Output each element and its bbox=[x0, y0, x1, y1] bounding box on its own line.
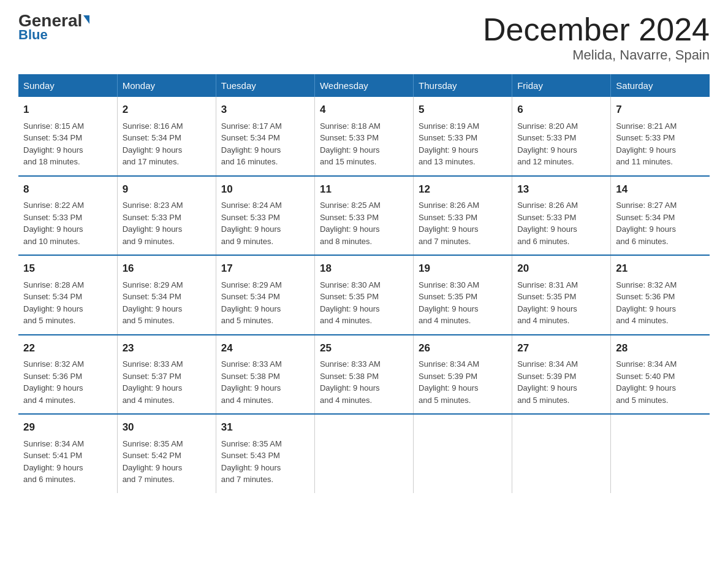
calendar-cell: 27Sunrise: 8:34 AMSunset: 5:39 PMDayligh… bbox=[512, 335, 611, 415]
day-info: Sunrise: 8:35 AMSunset: 5:42 PMDaylight:… bbox=[123, 439, 183, 484]
day-number: 17 bbox=[221, 261, 309, 277]
calendar-cell bbox=[512, 414, 611, 493]
week-row-4: 22Sunrise: 8:32 AMSunset: 5:36 PMDayligh… bbox=[18, 335, 710, 415]
day-info: Sunrise: 8:17 AMSunset: 5:34 PMDaylight:… bbox=[221, 121, 282, 167]
week-row-3: 15Sunrise: 8:28 AMSunset: 5:34 PMDayligh… bbox=[18, 255, 710, 335]
calendar-cell: 8Sunrise: 8:22 AMSunset: 5:33 PMDaylight… bbox=[18, 176, 117, 256]
day-number: 6 bbox=[517, 102, 605, 118]
day-number: 2 bbox=[123, 102, 211, 118]
day-info: Sunrise: 8:20 AMSunset: 5:33 PMDaylight:… bbox=[517, 121, 578, 167]
day-info: Sunrise: 8:30 AMSunset: 5:35 PMDaylight:… bbox=[320, 280, 381, 326]
day-info: Sunrise: 8:26 AMSunset: 5:33 PMDaylight:… bbox=[517, 201, 578, 246]
day-number: 29 bbox=[23, 419, 112, 435]
calendar-cell bbox=[414, 414, 512, 493]
header-day-sunday: Sunday bbox=[18, 74, 117, 97]
calendar-cell bbox=[314, 414, 413, 493]
logo-blue: Blue bbox=[18, 27, 48, 43]
calendar-cell: 17Sunrise: 8:29 AMSunset: 5:34 PMDayligh… bbox=[216, 255, 314, 335]
day-number: 12 bbox=[419, 182, 507, 197]
day-info: Sunrise: 8:21 AMSunset: 5:33 PMDaylight:… bbox=[616, 121, 677, 167]
calendar-cell: 5Sunrise: 8:19 AMSunset: 5:33 PMDaylight… bbox=[414, 97, 512, 176]
day-number: 21 bbox=[616, 261, 705, 277]
header-day-tuesday: Tuesday bbox=[216, 74, 314, 97]
day-number: 28 bbox=[616, 340, 705, 356]
calendar-cell: 24Sunrise: 8:33 AMSunset: 5:38 PMDayligh… bbox=[216, 335, 314, 415]
calendar-cell: 16Sunrise: 8:29 AMSunset: 5:34 PMDayligh… bbox=[117, 255, 216, 335]
day-number: 5 bbox=[419, 102, 507, 118]
day-number: 7 bbox=[616, 102, 705, 118]
day-info: Sunrise: 8:28 AMSunset: 5:34 PMDaylight:… bbox=[23, 280, 84, 326]
calendar-cell: 28Sunrise: 8:34 AMSunset: 5:40 PMDayligh… bbox=[611, 335, 710, 415]
calendar-cell: 14Sunrise: 8:27 AMSunset: 5:34 PMDayligh… bbox=[611, 176, 710, 256]
header-day-monday: Monday bbox=[117, 74, 216, 97]
calendar-cell: 2Sunrise: 8:16 AMSunset: 5:34 PMDaylight… bbox=[117, 97, 216, 176]
week-row-2: 8Sunrise: 8:22 AMSunset: 5:33 PMDaylight… bbox=[18, 176, 710, 256]
day-number: 13 bbox=[517, 182, 605, 197]
day-info: Sunrise: 8:31 AMSunset: 5:35 PMDaylight:… bbox=[517, 280, 578, 326]
day-info: Sunrise: 8:15 AMSunset: 5:34 PMDaylight:… bbox=[23, 121, 84, 167]
title-block: December 2024 Melida, Navarre, Spain bbox=[483, 12, 710, 63]
calendar-cell: 6Sunrise: 8:20 AMSunset: 5:33 PMDaylight… bbox=[512, 97, 611, 176]
day-info: Sunrise: 8:35 AMSunset: 5:43 PMDaylight:… bbox=[221, 439, 282, 484]
header-row: SundayMondayTuesdayWednesdayThursdayFrid… bbox=[18, 74, 710, 97]
calendar-cell: 18Sunrise: 8:30 AMSunset: 5:35 PMDayligh… bbox=[314, 255, 413, 335]
calendar-cell: 11Sunrise: 8:25 AMSunset: 5:33 PMDayligh… bbox=[314, 176, 413, 256]
header-day-wednesday: Wednesday bbox=[314, 74, 413, 97]
calendar-cell bbox=[611, 414, 710, 493]
day-number: 11 bbox=[320, 182, 408, 197]
week-row-5: 29Sunrise: 8:34 AMSunset: 5:41 PMDayligh… bbox=[18, 414, 710, 493]
calendar-cell: 21Sunrise: 8:32 AMSunset: 5:36 PMDayligh… bbox=[611, 255, 710, 335]
day-info: Sunrise: 8:23 AMSunset: 5:33 PMDaylight:… bbox=[123, 201, 183, 246]
day-info: Sunrise: 8:27 AMSunset: 5:34 PMDaylight:… bbox=[616, 201, 677, 246]
calendar-cell: 10Sunrise: 8:24 AMSunset: 5:33 PMDayligh… bbox=[216, 176, 314, 256]
page-title: December 2024 bbox=[483, 12, 710, 47]
day-number: 9 bbox=[123, 182, 211, 197]
day-info: Sunrise: 8:34 AMSunset: 5:40 PMDaylight:… bbox=[616, 359, 677, 405]
day-info: Sunrise: 8:32 AMSunset: 5:36 PMDaylight:… bbox=[23, 359, 84, 405]
day-info: Sunrise: 8:33 AMSunset: 5:38 PMDaylight:… bbox=[320, 359, 381, 405]
day-info: Sunrise: 8:34 AMSunset: 5:39 PMDaylight:… bbox=[517, 359, 578, 405]
day-info: Sunrise: 8:16 AMSunset: 5:34 PMDaylight:… bbox=[123, 121, 183, 167]
day-info: Sunrise: 8:18 AMSunset: 5:33 PMDaylight:… bbox=[320, 121, 381, 167]
day-number: 22 bbox=[23, 340, 112, 356]
calendar-cell: 25Sunrise: 8:33 AMSunset: 5:38 PMDayligh… bbox=[314, 335, 413, 415]
day-number: 15 bbox=[23, 261, 112, 277]
day-info: Sunrise: 8:22 AMSunset: 5:33 PMDaylight:… bbox=[23, 201, 84, 246]
day-number: 18 bbox=[320, 261, 408, 277]
day-number: 10 bbox=[221, 182, 309, 197]
day-number: 27 bbox=[517, 340, 605, 356]
calendar-table: SundayMondayTuesdayWednesdayThursdayFrid… bbox=[18, 74, 710, 493]
logo: General Blue bbox=[18, 12, 89, 43]
day-info: Sunrise: 8:29 AMSunset: 5:34 PMDaylight:… bbox=[123, 280, 183, 326]
day-info: Sunrise: 8:34 AMSunset: 5:41 PMDaylight:… bbox=[23, 439, 84, 484]
header-day-saturday: Saturday bbox=[611, 74, 710, 97]
calendar-body: 1Sunrise: 8:15 AMSunset: 5:34 PMDaylight… bbox=[18, 97, 710, 493]
day-info: Sunrise: 8:24 AMSunset: 5:33 PMDaylight:… bbox=[221, 201, 282, 246]
day-info: Sunrise: 8:34 AMSunset: 5:39 PMDaylight:… bbox=[419, 359, 479, 405]
day-number: 25 bbox=[320, 340, 408, 356]
day-number: 3 bbox=[221, 102, 309, 118]
calendar-cell: 7Sunrise: 8:21 AMSunset: 5:33 PMDaylight… bbox=[611, 97, 710, 176]
day-info: Sunrise: 8:33 AMSunset: 5:38 PMDaylight:… bbox=[221, 359, 282, 405]
calendar-cell: 31Sunrise: 8:35 AMSunset: 5:43 PMDayligh… bbox=[216, 414, 314, 493]
calendar-cell: 9Sunrise: 8:23 AMSunset: 5:33 PMDaylight… bbox=[117, 176, 216, 256]
logo-triangle-icon bbox=[83, 15, 89, 24]
day-number: 20 bbox=[517, 261, 605, 277]
calendar-cell: 3Sunrise: 8:17 AMSunset: 5:34 PMDaylight… bbox=[216, 97, 314, 176]
day-info: Sunrise: 8:33 AMSunset: 5:37 PMDaylight:… bbox=[123, 359, 183, 405]
calendar-cell: 1Sunrise: 8:15 AMSunset: 5:34 PMDaylight… bbox=[18, 97, 117, 176]
calendar-cell: 23Sunrise: 8:33 AMSunset: 5:37 PMDayligh… bbox=[117, 335, 216, 415]
calendar-cell: 13Sunrise: 8:26 AMSunset: 5:33 PMDayligh… bbox=[512, 176, 611, 256]
day-info: Sunrise: 8:29 AMSunset: 5:34 PMDaylight:… bbox=[221, 280, 282, 326]
day-number: 26 bbox=[419, 340, 507, 356]
day-info: Sunrise: 8:30 AMSunset: 5:35 PMDaylight:… bbox=[419, 280, 479, 326]
day-number: 30 bbox=[123, 419, 211, 435]
day-info: Sunrise: 8:19 AMSunset: 5:33 PMDaylight:… bbox=[419, 121, 479, 167]
day-info: Sunrise: 8:26 AMSunset: 5:33 PMDaylight:… bbox=[419, 201, 479, 246]
calendar-cell: 12Sunrise: 8:26 AMSunset: 5:33 PMDayligh… bbox=[414, 176, 512, 256]
day-number: 31 bbox=[221, 419, 309, 435]
header-day-thursday: Thursday bbox=[414, 74, 512, 97]
day-number: 24 bbox=[221, 340, 309, 356]
calendar-cell: 15Sunrise: 8:28 AMSunset: 5:34 PMDayligh… bbox=[18, 255, 117, 335]
calendar-cell: 26Sunrise: 8:34 AMSunset: 5:39 PMDayligh… bbox=[414, 335, 512, 415]
